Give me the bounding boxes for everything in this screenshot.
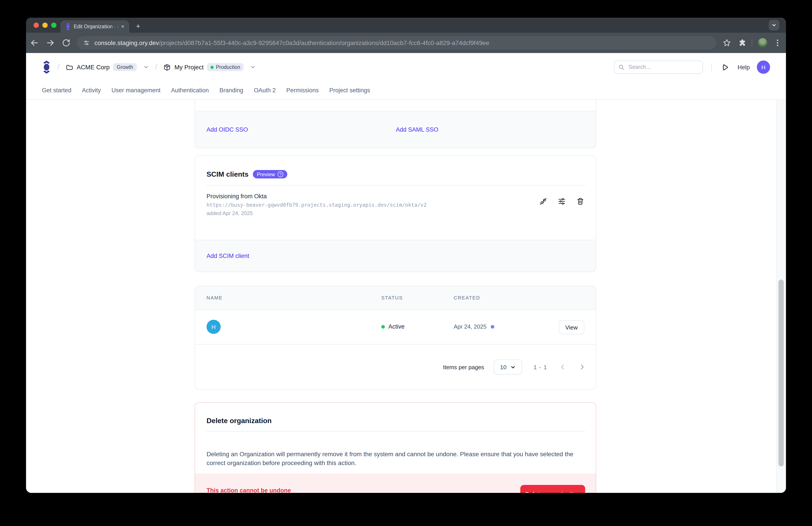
browser-toolbar: console.staging.ory.dev/projects/d087b7a… <box>26 33 786 53</box>
ory-logo[interactable] <box>42 60 51 74</box>
sso-card: Add OIDC SSO Add SAML SSO <box>194 100 596 148</box>
page-range: 1 - 1 <box>534 364 547 370</box>
table-header: NAME STATUS CREATED <box>195 286 596 310</box>
search-box[interactable] <box>614 60 703 74</box>
nav-item-activity[interactable]: Activity <box>82 87 101 94</box>
reload-icon[interactable] <box>62 39 71 47</box>
add-oidc-sso-link[interactable]: Add OIDC SSO <box>206 126 248 133</box>
url-path: /projects/d087b7a1-55f3-440c-a3c9-929564… <box>159 39 489 46</box>
scim-client-added-date: added Apr 24, 2025 <box>206 210 426 216</box>
status-text: Active <box>388 323 405 330</box>
scim-client-row: Provisioning from Okta https://busy-beav… <box>206 193 426 216</box>
forward-icon[interactable] <box>46 39 55 47</box>
minimize-window-button[interactable] <box>42 23 48 28</box>
delete-card-footer: This action cannot be undone Delete orga… <box>195 473 596 493</box>
breadcrumb: / ACME Corp Growth / My Project Producti… <box>42 53 770 81</box>
configure-sliders-icon[interactable] <box>558 197 566 205</box>
back-icon[interactable] <box>30 39 39 47</box>
help-link[interactable]: Help <box>737 64 750 70</box>
extensions-puzzle-icon[interactable] <box>737 39 746 47</box>
pagination: Items per pages 10 1 - 1 <box>195 344 596 390</box>
url-text: console.staging.ory.dev/projects/d087b7a… <box>95 39 489 46</box>
project-switcher[interactable]: My Project Production <box>163 63 256 71</box>
delete-card-description: Deleting an Organization will permanentl… <box>206 450 586 467</box>
nav-item-authentication[interactable]: Authentication <box>171 87 209 94</box>
zoom-window-button[interactable] <box>51 23 57 28</box>
close-icon[interactable]: × <box>120 24 126 30</box>
section-divider <box>206 431 585 431</box>
project-env-label: Production <box>216 65 240 70</box>
browser-profile-avatar[interactable] <box>758 38 767 48</box>
screenshot-stage: Edit Organization - Ory Conso × + consol… <box>0 0 812 526</box>
scim-client-actions <box>539 197 584 205</box>
env-status-dot <box>211 66 214 69</box>
created-indicator-dot <box>491 325 494 328</box>
nav-item-project-settings[interactable]: Project settings <box>330 87 370 94</box>
url-bar[interactable]: console.staging.ory.dev/projects/d087b7a… <box>77 36 716 49</box>
nav-item-oauth2[interactable]: OAuth 2 <box>254 87 276 94</box>
close-window-button[interactable] <box>33 23 39 28</box>
connection-plug-icon[interactable] <box>539 197 547 205</box>
breadcrumb-separator: / <box>155 63 157 72</box>
workspace-switcher[interactable]: ACME Corp Growth <box>66 63 149 71</box>
scim-clients-title: SCIM clients <box>206 170 248 178</box>
table-row: H Active Apr 24, 2025 View <box>195 310 596 344</box>
view-button[interactable]: View <box>559 320 584 334</box>
tab-strip: Edit Organization - Ory Conso × + <box>26 18 786 33</box>
trash-icon[interactable] <box>576 197 584 205</box>
section-divider <box>206 185 585 185</box>
site-info-icon[interactable] <box>83 39 90 46</box>
nav-item-get-started[interactable]: Get started <box>42 87 72 94</box>
ory-console-page: / ACME Corp Growth / My Project Producti… <box>26 53 786 493</box>
preview-badge[interactable]: Preview? <box>253 170 287 179</box>
add-saml-sso-link[interactable]: Add SAML SSO <box>396 126 438 133</box>
page-size-select[interactable]: 10 <box>494 359 522 374</box>
tab-title: Edit Organization - Ory Conso <box>74 24 120 29</box>
browser-menu-kebab-icon[interactable] <box>773 39 782 47</box>
next-page-chevron-icon[interactable] <box>578 363 586 371</box>
scim-client-url: https://busy-beaver-gqwvd0fb79.projects.… <box>206 202 426 208</box>
project-name: My Project <box>174 63 203 71</box>
search-input[interactable] <box>627 63 699 71</box>
preview-badge-label: Preview <box>257 172 275 177</box>
chevron-down-icon <box>143 64 149 70</box>
column-header-status: STATUS <box>381 295 403 300</box>
delete-organization-button[interactable]: Delete organization <box>520 485 585 493</box>
nav-item-permissions[interactable]: Permissions <box>286 87 319 94</box>
chevron-down-icon <box>250 64 256 70</box>
page-scrollbar[interactable] <box>776 100 786 493</box>
user-avatar[interactable]: H <box>757 60 770 74</box>
ory-favicon <box>65 23 71 30</box>
delete-warning-text: This action cannot be undone <box>206 487 291 493</box>
project-cube-icon <box>163 63 171 71</box>
header-divider <box>711 63 712 71</box>
chevron-down-icon <box>771 23 777 28</box>
main-nav: Get started Activity User management Aut… <box>42 81 370 99</box>
app-header: / ACME Corp Growth / My Project Producti… <box>26 53 786 100</box>
search-icon <box>618 64 624 70</box>
column-header-name: NAME <box>206 295 223 300</box>
organization-table-card: NAME STATUS CREATED H Active Apr 24, 202… <box>194 286 596 389</box>
new-tab-button[interactable]: + <box>133 22 143 31</box>
previous-page-chevron-icon[interactable] <box>559 363 567 371</box>
url-domain: console.staging.ory.dev <box>95 39 159 46</box>
tab-search-button[interactable] <box>769 20 779 30</box>
bookmark-star-icon[interactable] <box>722 39 731 47</box>
toolbar-divider <box>752 39 752 47</box>
add-scim-client-link[interactable]: Add SCIM client <box>206 253 249 259</box>
scrollbar-thumb[interactable] <box>779 280 784 466</box>
play-icon[interactable] <box>721 63 729 71</box>
nav-item-branding[interactable]: Branding <box>219 87 243 94</box>
column-header-created: CREATED <box>454 295 480 300</box>
project-env-badge: Production <box>207 63 244 71</box>
question-circle-icon: ? <box>278 171 283 177</box>
toolbar-right <box>722 38 782 48</box>
header-right: Help H <box>614 60 770 74</box>
page-size-value: 10 <box>500 364 507 370</box>
nav-item-user-management[interactable]: User management <box>112 87 160 94</box>
sso-card-footer: Add OIDC SSO Add SAML SSO <box>195 111 596 148</box>
macos-window-controls <box>33 23 57 28</box>
row-avatar: H <box>206 320 221 334</box>
browser-window: Edit Organization - Ory Conso × + consol… <box>26 18 786 493</box>
browser-tab[interactable]: Edit Organization - Ory Conso × <box>60 20 129 33</box>
